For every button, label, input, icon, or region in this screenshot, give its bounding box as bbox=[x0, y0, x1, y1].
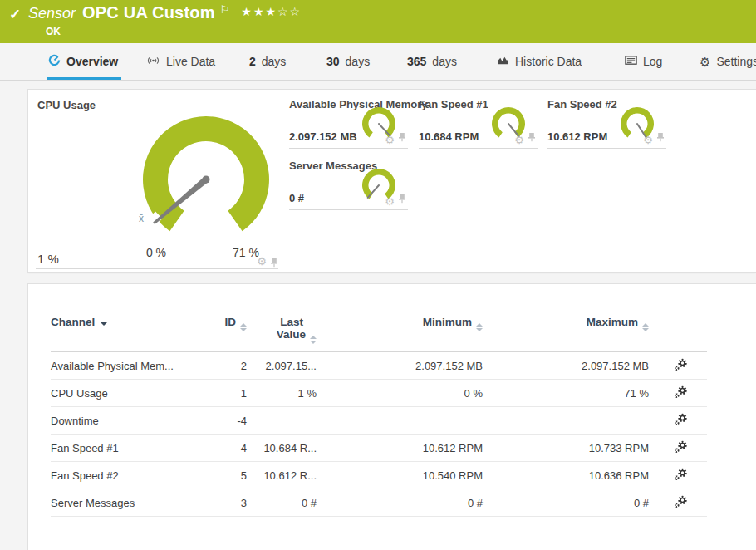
channel-maximum: 0 # bbox=[488, 489, 654, 517]
edit-channel-gears-icon[interactable] bbox=[654, 407, 707, 435]
channel-maximum: 2.097.152 MB bbox=[488, 352, 654, 380]
channel-last-value: 10.612 R... bbox=[252, 462, 322, 489]
edit-channel-gears-icon[interactable] bbox=[654, 352, 707, 380]
channels-table: Channel ID Last Value Minimum Maximum bbox=[51, 316, 707, 517]
channel-last-value: 2.097.15... bbox=[252, 352, 322, 380]
channels-panel: Channel ID Last Value Minimum Maximum bbox=[27, 283, 756, 550]
log-list-icon bbox=[625, 55, 637, 68]
average-marker: x̄ bbox=[139, 213, 144, 224]
channel-maximum: 10.636 RPM bbox=[488, 462, 654, 489]
channel-last-value: 1 % bbox=[252, 380, 322, 407]
gauge-title: Fan Speed #2 bbox=[547, 98, 617, 110]
sort-caret-icon bbox=[240, 323, 247, 331]
priority-flag-icon[interactable]: ⚐ bbox=[220, 3, 230, 16]
channel-last-value bbox=[252, 407, 322, 435]
gauge-cell-server-messages: Server Messages 0 # ⚙ bbox=[289, 155, 408, 210]
pin-icon[interactable] bbox=[270, 256, 278, 271]
channel-id: 1 bbox=[217, 380, 252, 407]
sort-desc-caret-icon bbox=[100, 322, 108, 326]
gauge-settings-gear-icon[interactable]: ⚙ bbox=[643, 135, 653, 145]
priority-stars[interactable]: ★★★☆☆ bbox=[241, 5, 302, 18]
channel-id: -4 bbox=[217, 407, 252, 435]
gauge-value: 10.612 RPM bbox=[547, 130, 607, 143]
channel-id: 2 bbox=[217, 352, 252, 380]
channel-name: CPU Usage bbox=[51, 380, 217, 407]
column-header-channel[interactable]: Channel bbox=[51, 316, 217, 352]
channel-id: 5 bbox=[217, 462, 252, 489]
column-header-minimum[interactable]: Minimum bbox=[322, 316, 488, 352]
edit-channel-gears-icon[interactable] bbox=[654, 435, 707, 462]
gauge-value: 2.097.152 MB bbox=[289, 130, 357, 143]
prtg-sensor-page: ✓ Sensor OPC UA Custom ⚐ ★★★☆☆ OK Overvi… bbox=[0, 0, 756, 550]
live-broadcast-icon bbox=[146, 55, 160, 69]
channel-maximum bbox=[488, 407, 654, 435]
channel-last-value: 10.684 R... bbox=[252, 435, 322, 462]
edit-channel-gears-icon[interactable] bbox=[654, 380, 707, 407]
channel-id: 3 bbox=[217, 489, 252, 517]
gauge-cell-fan-speed-2: Fan Speed #2 10.612 RPM ⚙ bbox=[547, 93, 666, 149]
gauge-value: 0 # bbox=[289, 192, 304, 204]
sort-caret-icon bbox=[476, 323, 483, 331]
table-row: Server Messages 3 0 # 0 # 0 # bbox=[51, 489, 707, 517]
gauge-settings-gear-icon[interactable]: ⚙ bbox=[385, 196, 395, 207]
gauge-title: Fan Speed #1 bbox=[419, 98, 488, 110]
cpu-gauge-title: CPU Usage bbox=[37, 99, 96, 111]
column-header-last-value[interactable]: Last Value bbox=[252, 316, 322, 352]
gauge-icon bbox=[48, 54, 61, 69]
tab-365-days[interactable]: 365 days bbox=[407, 43, 457, 80]
gauges-panel: CPU Usage x̄ 0 % 71 % 1 % ⚙ Available Ph… bbox=[27, 89, 756, 273]
gauge-cell-fan-speed-1: Fan Speed #1 10.684 RPM ⚙ bbox=[419, 93, 538, 149]
edit-channel-gears-icon[interactable] bbox=[654, 489, 707, 517]
table-row: Fan Speed #1 4 10.684 R... 10.612 RPM 10… bbox=[51, 435, 707, 462]
channel-minimum: 2.097.152 MB bbox=[322, 352, 488, 380]
gauge-title: Available Physical Memory bbox=[289, 98, 427, 110]
table-row: Available Physical Mem... 2 2.097.15... … bbox=[51, 352, 707, 380]
pin-icon[interactable] bbox=[528, 130, 536, 145]
channel-name: Available Physical Mem... bbox=[51, 352, 217, 380]
channel-minimum: 10.540 RPM bbox=[322, 462, 488, 489]
column-header-id[interactable]: ID bbox=[217, 316, 252, 352]
tab-overview[interactable]: Overview bbox=[48, 43, 118, 80]
channel-name: Fan Speed #1 bbox=[51, 435, 217, 462]
gear-icon: ⚙ bbox=[700, 56, 710, 68]
sort-caret-icon bbox=[310, 336, 317, 344]
sensor-name: OPC UA Custom bbox=[82, 3, 215, 22]
channel-minimum: 10.612 RPM bbox=[322, 435, 488, 462]
channel-minimum: 0 # bbox=[322, 489, 488, 517]
pin-icon[interactable] bbox=[398, 130, 406, 145]
tab-log[interactable]: Log bbox=[625, 43, 662, 80]
channel-minimum: 0 % bbox=[322, 380, 488, 407]
sort-caret-icon bbox=[642, 323, 649, 331]
object-kind-label: Sensor bbox=[28, 5, 76, 22]
table-row: Fan Speed #2 5 10.612 R... 10.540 RPM 10… bbox=[51, 462, 707, 489]
pin-icon[interactable] bbox=[398, 192, 406, 207]
gauge-settings-gear-icon[interactable]: ⚙ bbox=[257, 256, 267, 271]
tab-30-days[interactable]: 30 days bbox=[326, 43, 370, 80]
active-tab-underline bbox=[47, 77, 121, 80]
gauge-cell-available-physical-memory: Available Physical Memory 2.097.152 MB ⚙ bbox=[289, 93, 408, 149]
table-row: CPU Usage 1 1 % 0 % 71 % bbox=[51, 380, 707, 407]
channel-maximum: 10.733 RPM bbox=[488, 435, 654, 462]
channel-name: Server Messages bbox=[51, 489, 217, 517]
column-header-actions bbox=[654, 316, 707, 352]
channel-last-value: 0 # bbox=[252, 489, 322, 517]
status-check-icon: ✓ bbox=[9, 6, 21, 23]
table-row: Downtime -4 bbox=[51, 407, 707, 435]
edit-channel-gears-icon[interactable] bbox=[654, 462, 707, 489]
channel-maximum: 71 % bbox=[488, 380, 654, 407]
column-header-maximum[interactable]: Maximum bbox=[488, 316, 654, 352]
tab-bar: Overview Live Data 2 days 30 days 365 da… bbox=[0, 43, 756, 81]
channel-name: Fan Speed #2 bbox=[51, 462, 217, 489]
tab-historic-data[interactable]: Historic Data bbox=[497, 43, 582, 80]
tab-settings[interactable]: ⚙ Settings bbox=[700, 43, 756, 80]
pin-icon[interactable] bbox=[656, 130, 665, 145]
channel-minimum bbox=[322, 407, 488, 435]
sensor-header: ✓ Sensor OPC UA Custom ⚐ ★★★☆☆ OK bbox=[0, 0, 756, 43]
channel-name: Downtime bbox=[51, 407, 217, 435]
gauge-settings-gear-icon[interactable]: ⚙ bbox=[514, 135, 524, 145]
tab-2-days[interactable]: 2 days bbox=[249, 43, 286, 80]
tab-live-data[interactable]: Live Data bbox=[146, 43, 215, 80]
gauge-settings-gear-icon[interactable]: ⚙ bbox=[385, 135, 395, 145]
gauge-value: 10.684 RPM bbox=[419, 130, 479, 143]
status-badge: OK bbox=[46, 26, 61, 37]
